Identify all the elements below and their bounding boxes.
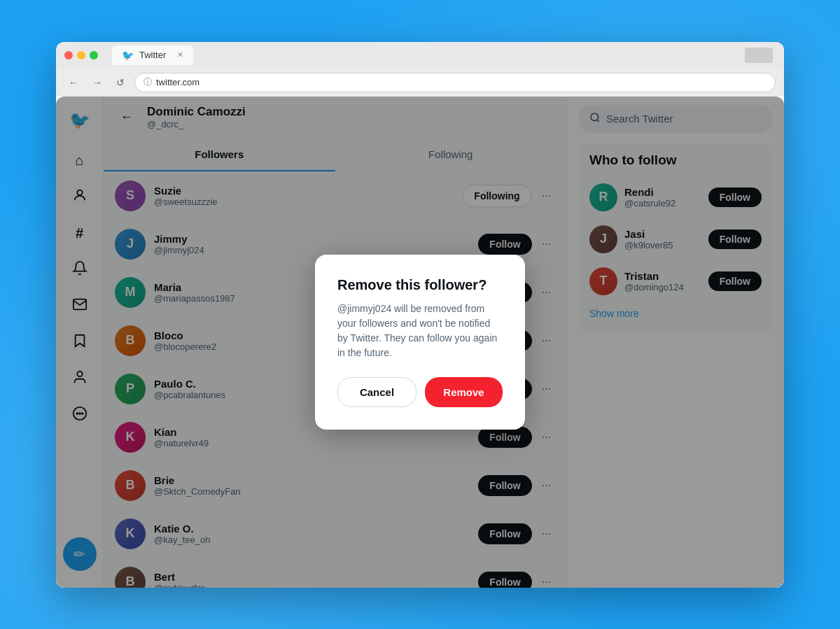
modal-body: @jimmyj024 will be removed from your fol…: [337, 302, 503, 360]
secure-icon: ⓘ: [144, 76, 152, 88]
browser-toolbar: ← → ↺ ⓘ twitter.com: [56, 69, 784, 97]
twitter-tab-icon: 🐦: [122, 50, 134, 61]
tab-title: Twitter: [139, 50, 166, 60]
browser-tab[interactable]: 🐦 Twitter ✕: [112, 45, 193, 65]
remove-follower-modal: Remove this follower? @jimmyj024 will be…: [315, 255, 525, 430]
browser-content: 🐦 ⌂ #: [56, 97, 784, 588]
refresh-button[interactable]: ↺: [112, 74, 129, 91]
modal-title: Remove this follower?: [337, 277, 503, 293]
modal-overlay[interactable]: Remove this follower? @jimmyj024 will be…: [56, 97, 784, 588]
forward-button[interactable]: →: [88, 74, 106, 91]
traffic-lights: [64, 51, 98, 59]
title-bar: 🐦 Twitter ✕: [56, 42, 784, 69]
close-button[interactable]: [64, 51, 73, 59]
back-button[interactable]: ←: [64, 74, 83, 91]
modal-actions: Cancel Remove: [337, 377, 503, 407]
maximize-button[interactable]: [90, 51, 98, 59]
modal-cancel-button[interactable]: Cancel: [337, 377, 416, 407]
tab-add-area: [745, 48, 773, 63]
url-text: twitter.com: [156, 77, 200, 87]
modal-remove-button[interactable]: Remove: [425, 377, 503, 407]
tab-close-icon[interactable]: ✕: [177, 50, 183, 59]
minimize-button[interactable]: [77, 51, 85, 59]
address-bar[interactable]: ⓘ twitter.com: [134, 73, 776, 92]
